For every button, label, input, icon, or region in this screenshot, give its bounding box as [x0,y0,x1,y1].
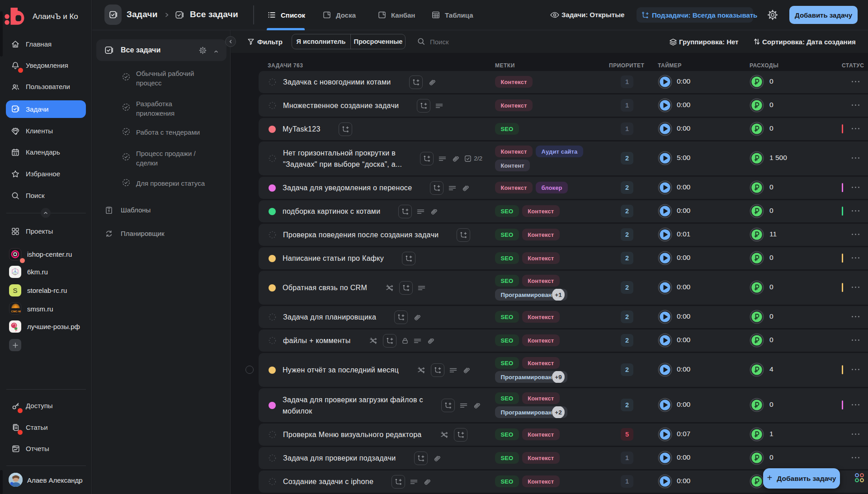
svg-text:KM: KM [14,273,16,275]
svg-text:СМС-М: СМС-М [11,310,21,313]
svg-text:Р: Р [15,329,18,332]
